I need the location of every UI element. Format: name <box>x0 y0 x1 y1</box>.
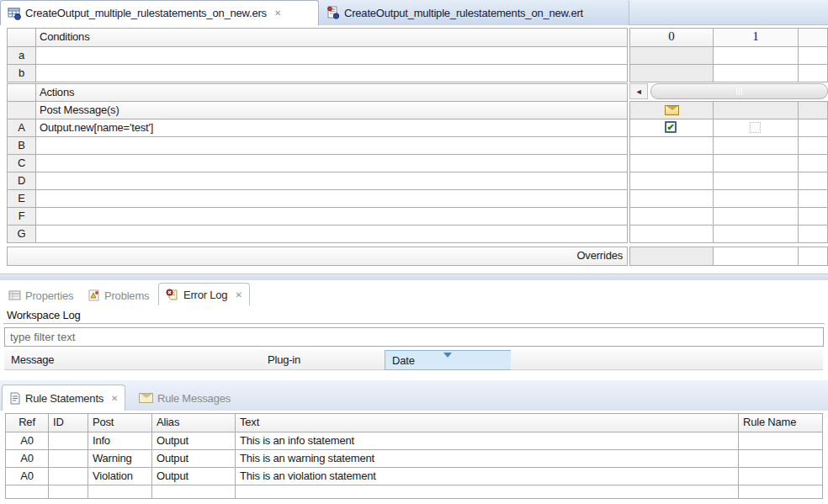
cell-id[interactable] <box>48 432 88 450</box>
condition-row-label[interactable]: b <box>7 64 36 82</box>
action-expression-cell[interactable] <box>35 172 628 190</box>
rule-sheet-icon <box>8 7 21 20</box>
actions-header: Actions <box>35 83 628 102</box>
condition-value-cell[interactable] <box>629 64 714 82</box>
condition-expression-cell[interactable] <box>35 46 628 65</box>
tab-rule-messages[interactable]: Rule Messages <box>139 389 231 407</box>
action-expression-cell[interactable] <box>35 189 628 208</box>
override-value-cell <box>798 247 828 266</box>
action-row-label[interactable]: C <box>7 154 36 172</box>
action-value-cell[interactable] <box>713 225 799 243</box>
cell-alias[interactable]: Output <box>151 449 236 468</box>
close-icon[interactable]: ✕ <box>271 8 281 18</box>
condition-value-cell[interactable] <box>629 46 714 65</box>
post-message-column-cell[interactable] <box>629 101 714 119</box>
action-row-label[interactable]: A <box>7 119 36 137</box>
post-message-column-cell <box>798 101 828 119</box>
cell-id[interactable] <box>48 467 88 485</box>
action-value-cell[interactable] <box>629 154 714 172</box>
cell-rule-name[interactable] <box>738 432 823 450</box>
action-value-cell[interactable] <box>629 189 714 208</box>
column-header-message[interactable]: Message <box>4 350 262 370</box>
cell-id[interactable] <box>48 449 88 468</box>
condition-value-cell[interactable] <box>713 64 799 82</box>
column-header-text[interactable]: Text <box>235 413 739 432</box>
action-value-cell[interactable] <box>713 136 799 155</box>
workspace-log-title: Workspace Log <box>7 309 81 321</box>
action-value-cell[interactable] <box>629 207 714 225</box>
sort-desc-icon <box>443 353 452 358</box>
action-value-cell[interactable] <box>713 154 799 172</box>
close-icon[interactable]: ✕ <box>108 394 118 403</box>
action-expression-cell[interactable] <box>35 207 628 225</box>
cell-ref[interactable]: A0 <box>5 449 49 468</box>
override-value-cell[interactable] <box>629 247 714 266</box>
condition-value-cell <box>798 46 828 65</box>
action-value-cell[interactable] <box>629 225 714 243</box>
rule-column-header[interactable]: 0 <box>629 28 714 47</box>
filter-input[interactable] <box>4 327 824 347</box>
rule-column-header[interactable]: 1 <box>713 28 799 47</box>
cell-post[interactable]: Violation <box>88 467 152 485</box>
sash-divider[interactable] <box>0 273 828 280</box>
action-row-label[interactable]: E <box>7 189 36 208</box>
cell-ref[interactable]: A0 <box>5 432 49 450</box>
action-expression-cell[interactable]: Output.new[name='test'] <box>35 119 628 137</box>
tab-rule-statements[interactable]: Rule Statements ✕ <box>2 385 125 411</box>
condition-value-cell[interactable] <box>713 46 799 65</box>
cell-text[interactable]: This is an info statement <box>235 432 739 450</box>
override-value-cell[interactable] <box>713 247 799 266</box>
column-header-plugin[interactable]: Plug-in <box>261 350 385 370</box>
cell-text[interactable]: This is an violation statement <box>235 467 739 485</box>
post-message-column-cell[interactable] <box>713 101 799 119</box>
properties-icon <box>8 289 21 301</box>
action-value-cell[interactable] <box>629 172 714 190</box>
action-value-cell <box>798 225 828 243</box>
action-value-cell[interactable] <box>713 207 799 225</box>
action-value-cell[interactable] <box>713 189 799 208</box>
column-header-rule-name[interactable]: Rule Name <box>738 413 823 432</box>
horizontal-scrollbar-thumb[interactable] <box>650 83 828 99</box>
scroll-left-button[interactable]: ◄ <box>629 83 648 99</box>
cell-post[interactable]: Info <box>88 432 152 450</box>
cell-ref[interactable]: A0 <box>5 467 49 485</box>
cell-post[interactable]: Warning <box>88 449 152 468</box>
condition-row-label[interactable]: a <box>7 46 36 65</box>
editor-tab-bar: CreateOutput_multiple_rulestatements_on_… <box>0 0 828 25</box>
action-row-label[interactable]: D <box>7 172 36 190</box>
action-expression-cell[interactable] <box>35 225 628 243</box>
rule-messages-icon <box>139 393 153 403</box>
cell-rule-name[interactable] <box>738 467 823 485</box>
tab-problems[interactable]: Problems <box>88 286 149 305</box>
checkbox-checked-icon[interactable]: ✔ <box>665 121 677 133</box>
action-value-cell[interactable] <box>713 172 799 190</box>
tab-label: Rule Statements <box>25 392 104 405</box>
action-value-cell[interactable] <box>629 136 714 155</box>
close-icon[interactable]: ✕ <box>231 290 242 300</box>
condition-expression-cell[interactable] <box>35 64 628 82</box>
editor-tab-ers[interactable]: CreateOutput_multiple_rulestatements_on_… <box>0 0 319 25</box>
empty-cell <box>5 485 49 499</box>
action-row-label[interactable]: B <box>7 136 36 155</box>
action-expression-cell[interactable] <box>35 136 628 155</box>
overrides-label: Overrides <box>7 247 628 266</box>
cell-alias[interactable]: Output <box>151 432 236 450</box>
editor-tab-ert[interactable]: CreateOutput_multiple_rulestatements_on_… <box>320 0 629 25</box>
problems-icon <box>88 289 100 301</box>
tab-label: Properties <box>25 289 73 302</box>
cell-alias[interactable]: Output <box>151 467 236 485</box>
column-header-id[interactable]: ID <box>48 413 88 432</box>
column-header-ref[interactable]: Ref <box>5 413 49 432</box>
tab-properties[interactable]: Properties <box>8 286 73 305</box>
action-row-label[interactable]: G <box>7 225 36 243</box>
cell-text[interactable]: This is an warning statement <box>235 449 739 468</box>
action-expression-cell[interactable] <box>35 154 628 172</box>
conditions-header: Conditions <box>35 28 628 47</box>
envelope-icon <box>665 105 679 115</box>
column-header-alias[interactable]: Alias <box>151 413 236 432</box>
action-row-label[interactable]: F <box>7 207 36 225</box>
tab-error-log[interactable]: Error Log ✕ <box>158 283 250 305</box>
cell-rule-name[interactable] <box>738 449 823 468</box>
column-header-post[interactable]: Post <box>88 413 152 432</box>
focus-cell-icon[interactable] <box>750 122 761 133</box>
